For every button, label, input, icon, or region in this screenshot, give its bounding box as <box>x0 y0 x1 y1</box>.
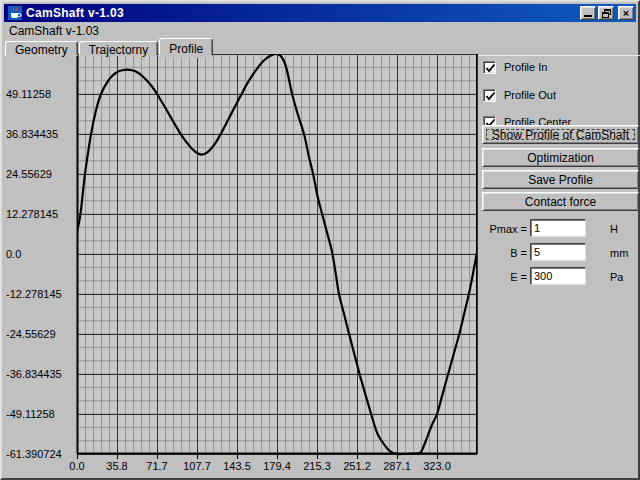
pmax-label: Pmax = <box>480 223 527 235</box>
tab-trajectorny[interactable]: Trajectorny <box>79 41 159 56</box>
profile-chart: 49.1125836.83443524.5562912.2781450.0-12… <box>2 54 484 480</box>
svg-text:0.0: 0.0 <box>69 460 84 472</box>
e-input[interactable] <box>530 267 586 285</box>
close-button[interactable]: × <box>618 6 634 20</box>
svg-text:-24.55629: -24.55629 <box>6 328 56 340</box>
svg-text:-36.834435: -36.834435 <box>6 368 62 380</box>
svg-text:143.5: 143.5 <box>223 460 251 472</box>
tab-bar: Geometry Trajectorny Profile <box>5 38 214 56</box>
svg-text:12.278145: 12.278145 <box>6 208 58 220</box>
checkbox-box[interactable] <box>483 61 496 74</box>
svg-text:323.0: 323.0 <box>423 460 451 472</box>
close-icon: × <box>619 6 633 20</box>
b-label: B = <box>480 247 527 259</box>
pmax-input[interactable] <box>530 219 586 237</box>
contact-force-button[interactable]: Contact force <box>482 192 639 211</box>
svg-text:-61.390724: -61.390724 <box>6 448 62 460</box>
b-input[interactable] <box>530 243 586 261</box>
checkbox-box[interactable] <box>483 89 496 102</box>
checkbox-label: Profile In <box>504 61 547 73</box>
svg-text:-49.11258: -49.11258 <box>6 408 55 420</box>
app-window: CamShaft v-1.03 × CamShaft v-1.03 Geomet… <box>0 0 640 480</box>
check-icon <box>485 91 496 102</box>
minimize-button[interactable] <box>580 6 596 20</box>
svg-text:71.7: 71.7 <box>146 460 167 472</box>
title-bar: CamShaft v-1.03 × <box>4 4 636 22</box>
e-unit: Pa <box>610 271 623 283</box>
optimization-button[interactable]: Optimization <box>482 148 639 167</box>
svg-text:251.2: 251.2 <box>343 460 371 472</box>
svg-text:49.11258: 49.11258 <box>6 88 51 100</box>
restore-icon <box>602 9 611 18</box>
checkbox-label: Profile Out <box>504 89 556 101</box>
svg-text:36.834435: 36.834435 <box>6 128 58 140</box>
svg-text:-12.278145: -12.278145 <box>6 288 62 300</box>
restore-button[interactable] <box>598 6 614 20</box>
save-profile-button[interactable]: Save Profile <box>482 170 639 189</box>
svg-text:179.4: 179.4 <box>263 460 291 472</box>
checkbox-profile-in[interactable]: Profile In <box>483 60 547 74</box>
tab-geometry[interactable]: Geometry <box>5 41 78 56</box>
java-cup-icon <box>8 6 22 20</box>
svg-text:35.8: 35.8 <box>106 460 127 472</box>
minimize-icon <box>584 15 592 17</box>
svg-text:287.1: 287.1 <box>383 460 411 472</box>
svg-text:24.55629: 24.55629 <box>6 168 52 180</box>
svg-text:0.0: 0.0 <box>6 248 21 260</box>
svg-text:215.3: 215.3 <box>303 460 331 472</box>
pmax-unit: H <box>610 223 618 235</box>
window-title: CamShaft v-1.03 <box>26 6 578 20</box>
tab-profile[interactable]: Profile <box>159 38 213 56</box>
frame-label: CamShaft v-1.03 <box>9 24 99 38</box>
check-icon <box>485 63 496 74</box>
svg-text:107.7: 107.7 <box>183 460 211 472</box>
e-label: E = <box>480 271 527 283</box>
show-profile-button[interactable]: Show Profile of CamShaft <box>482 125 639 144</box>
checkbox-profile-out[interactable]: Profile Out <box>483 88 556 102</box>
b-unit: mm <box>610 247 628 259</box>
